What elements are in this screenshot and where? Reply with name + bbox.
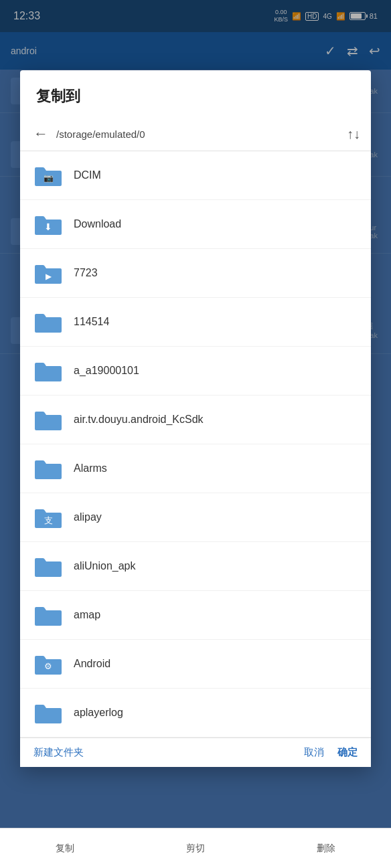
folder-item-aliunion[interactable]: aliUnion_apk (20, 542, 371, 591)
folder-icon-dcim: 📷 (33, 161, 63, 190)
file-list: 📷 DCIM ⬇ Download ▶ 7723 (20, 151, 371, 737)
folder-name-amap: amap (74, 609, 100, 621)
folder-icon-aliunion (33, 551, 63, 581)
new-folder-button[interactable]: 新建文件夹 (33, 746, 304, 759)
folder-icon-android: ⚙ (33, 649, 63, 679)
svg-text:支: 支 (44, 515, 53, 525)
folder-name-android: Android (74, 658, 110, 670)
folder-icon-a19 (33, 356, 63, 385)
folder-icon-alarms (33, 454, 63, 483)
delete-button[interactable]: 删除 (317, 843, 335, 855)
folder-icon-alipay: 支 (33, 503, 63, 532)
folder-name-download: Download (74, 218, 121, 230)
folder-name-aliunion: aliUnion_apk (74, 560, 136, 572)
folder-name-aplayerlog: aplayerlog (74, 707, 123, 719)
copy-to-dialog: 复制到 ← /storage/emulated/0 ↑↓ 📷 DCIM ⬇ (20, 70, 371, 767)
folder-name-a19: a_a19000101 (74, 365, 139, 377)
folder-name-airtv: air.tv.douyu.android_KcSdk (74, 414, 204, 426)
cancel-button[interactable]: 取消 (304, 746, 324, 759)
folder-item-alipay[interactable]: 支 alipay (20, 493, 371, 542)
folder-icon-airtv (33, 405, 63, 434)
folder-name-dcim: DCIM (74, 169, 101, 181)
folder-icon-download: ⬇ (33, 209, 63, 239)
folder-icon-7723: ▶ (33, 258, 63, 288)
svg-text:⚙: ⚙ (44, 661, 52, 671)
folder-icon-aplayerlog (33, 698, 63, 727)
folder-item-aplayerlog[interactable]: aplayerlog (20, 689, 371, 737)
folder-item-dcim[interactable]: 📷 DCIM (20, 151, 371, 200)
folder-item-a19[interactable]: a_a19000101 (20, 347, 371, 396)
ok-button[interactable]: 确定 (337, 746, 358, 759)
dialog-title: 复制到 (20, 70, 371, 117)
folder-item-android[interactable]: ⚙ Android (20, 640, 371, 689)
svg-text:⬇: ⬇ (44, 222, 52, 232)
copy-button[interactable]: 复制 (56, 843, 74, 855)
folder-name-alarms: Alarms (74, 462, 107, 474)
path-row: ← /storage/emulated/0 ↑↓ (20, 117, 371, 151)
current-path: /storage/emulated/0 (56, 128, 341, 140)
cut-button[interactable]: 剪切 (186, 843, 205, 855)
svg-text:📷: 📷 (44, 173, 54, 183)
folder-name-alipay: alipay (74, 511, 102, 523)
folder-item-download[interactable]: ⬇ Download (20, 200, 371, 249)
folder-item-airtv[interactable]: air.tv.douyu.android_KcSdk (20, 396, 371, 444)
folder-item-alarms[interactable]: Alarms (20, 444, 371, 493)
folder-item-114514[interactable]: 114514 (20, 298, 371, 347)
bottom-bar: 复制 剪切 删除 (0, 828, 391, 868)
path-back-button[interactable]: ← (31, 122, 51, 145)
folder-name-7723: 7723 (74, 267, 98, 279)
dialog-footer: 新建文件夹 取消 确定 (20, 737, 371, 767)
folder-name-114514: 114514 (74, 316, 109, 328)
folder-item-7723[interactable]: ▶ 7723 (20, 249, 371, 298)
folder-item-amap[interactable]: amap (20, 591, 371, 640)
sort-button[interactable]: ↑↓ (347, 126, 360, 142)
folder-icon-114514 (33, 307, 63, 337)
folder-icon-amap (33, 600, 63, 630)
